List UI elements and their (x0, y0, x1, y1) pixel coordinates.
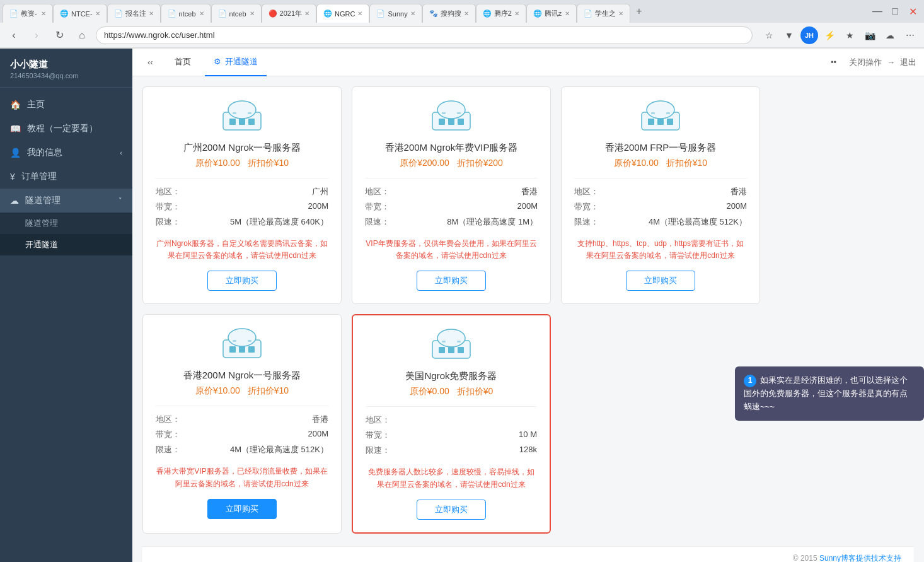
tab-close-0[interactable]: ✕ (41, 10, 46, 17)
tab-4[interactable]: 📄 ntceb ✕ (211, 4, 262, 23)
tab-close-10[interactable]: ✕ (565, 10, 570, 17)
minimize-button[interactable]: — (869, 3, 886, 20)
card-hk-frp: 香港200M FRP一号服务器 原价¥10.00 折扣价¥10 地区： 香港 带… (561, 86, 760, 304)
bookmark-icon[interactable]: ★ (841, 26, 858, 44)
card-hk-frp-buy-button[interactable]: 立即购买 (626, 271, 695, 291)
card-guangzhou-buy-button[interactable]: 立即购买 (207, 271, 277, 291)
card-hk-vip-buy-button[interactable]: 立即购买 (417, 271, 486, 291)
nav-forward-btn[interactable]: •• (823, 55, 844, 69)
sidebar-username: 小小隧道 (10, 59, 122, 71)
top-nav: ‹‹ 首页 ⚙ 开通隧道 •• 关闭操作 → 退出 (132, 49, 924, 76)
tab-close-4[interactable]: ✕ (250, 10, 255, 17)
card-hk-frp-price: 原价¥10.00 折扣价¥10 (614, 158, 707, 169)
svg-rect-20 (666, 112, 670, 114)
tab-close-5[interactable]: ✕ (304, 10, 309, 17)
sidebar-item-tutorial[interactable]: 📖 教程（一定要看） (0, 117, 132, 141)
tab-close-9[interactable]: ✕ (514, 10, 519, 17)
new-tab-button[interactable]: + (630, 3, 648, 20)
tab-open-tunnel[interactable]: ⚙ 开通隧道 (205, 49, 267, 76)
screenshot-icon[interactable]: 📷 (861, 26, 879, 44)
spec-region-2: 地区： 香港 (574, 186, 747, 197)
svg-rect-9 (439, 119, 445, 125)
card-us-free-buy-button[interactable]: 立即购买 (417, 500, 486, 520)
tab-7[interactable]: 📄 Sunny ✕ (369, 4, 422, 23)
tab-9[interactable]: 🌐 腾序2 ✕ (476, 4, 526, 23)
nav-back-btn[interactable]: ‹‹ (140, 55, 161, 69)
user-avatar[interactable]: JH (800, 26, 818, 44)
filter-icon[interactable]: ▼ (780, 26, 798, 44)
open-tunnel-label: 开通隧道 (225, 56, 258, 67)
sidebar-subitem-open[interactable]: 开通隧道 (0, 234, 132, 255)
browser-chrome: 📄 教资- ✕ 🌐 NTCE- ✕ 📄 报名注 ✕ 📄 ntceb ✕ 📄 nt… (0, 0, 924, 49)
close-ops-btn[interactable]: 关闭操作 (849, 57, 882, 68)
card-hk-vip: 香港200M Ngrok年费VIP服务器 原价¥200.00 折扣价¥200 地… (352, 86, 551, 304)
svg-rect-3 (239, 119, 245, 125)
svg-point-8 (437, 101, 465, 119)
tab-home[interactable]: 首页 (166, 49, 200, 76)
top-nav-right: 关闭操作 → 退出 (849, 57, 916, 68)
star-icon[interactable]: ☆ (760, 26, 778, 44)
tab-6[interactable]: 🌐 NGRC ✕ (316, 4, 369, 23)
toolbar-icons: ☆ ▼ JH ⚡ ★ 📷 ☁ ⋯ (760, 26, 919, 44)
svg-rect-33 (442, 341, 446, 342)
tab-close-1[interactable]: ✕ (95, 10, 100, 17)
sidebar-item-myinfo[interactable]: 👤 我的信息 ‹ (0, 141, 132, 165)
tab-close-2[interactable]: ✕ (149, 10, 154, 17)
card-hk-1-buy-button[interactable]: 立即购买 (207, 499, 277, 519)
menu-icon[interactable]: ⋯ (901, 26, 919, 44)
card-hk-1-price: 原价¥10.00 折扣价¥10 (195, 385, 289, 397)
svg-rect-32 (458, 347, 464, 353)
sidebar-item-home[interactable]: 🏠 主页 (0, 93, 132, 117)
maximize-button[interactable]: □ (886, 3, 904, 20)
card-guangzhou: 广州200M Ngrok一号服务器 原价¥10.00 折扣价¥10 地区： 广州… (142, 86, 342, 304)
logout-icon: → (887, 57, 895, 67)
card-guangzhou-note: 广州Ngrok服务器，自定义域名需要腾讯云备案，如果在阿里云备案的域名，请尝试使… (156, 238, 328, 262)
svg-rect-25 (248, 346, 255, 353)
spec-region-0: 地区： 广州 (156, 186, 328, 197)
forward-button[interactable]: › (28, 26, 45, 44)
back-button[interactable]: ‹ (5, 26, 23, 44)
tab-8[interactable]: 🐾 搜狗搜 ✕ (422, 4, 476, 23)
spec-speed-4: 限速： 128k (366, 445, 537, 456)
spec-region-3: 地区： 香港 (156, 414, 328, 425)
address-input[interactable] (96, 26, 753, 44)
tab-close-3[interactable]: ✕ (199, 10, 204, 17)
card-hk-1-title: 香港200M Ngrok一号服务器 (183, 370, 301, 382)
tab-5[interactable]: 🔴 2021年 ✕ (262, 4, 316, 23)
nav-back-icon: ‹‹ (147, 57, 153, 67)
sidebar-item-myinfo-label: 我的信息 (27, 147, 62, 158)
sidebar-subitem-manage[interactable]: 隧道管理 (0, 213, 132, 234)
home-tab-label: 首页 (175, 56, 191, 67)
tooltip-number: 1 (744, 375, 756, 387)
refresh-button[interactable]: ↻ (50, 26, 68, 44)
tab-10[interactable]: 🌐 腾讯z ✕ (526, 4, 577, 23)
sidebar-item-tunnels[interactable]: ☁ 隧道管理 ˅ (0, 189, 132, 213)
extensions-icon[interactable]: ⚡ (821, 26, 838, 44)
tab-close-6[interactable]: ✕ (357, 10, 362, 17)
cloud-icon: ☁ (10, 196, 19, 206)
tab-close-11[interactable]: ✕ (618, 10, 623, 17)
home-button[interactable]: ⌂ (73, 26, 91, 44)
close-window-button[interactable]: ✕ (904, 3, 921, 20)
card-hk-1: 香港200M Ngrok一号服务器 原价¥10.00 折扣价¥10 地区： 香港… (142, 314, 342, 533)
tab-1[interactable]: 🌐 NTCE- ✕ (53, 4, 107, 23)
spec-bandwidth-3: 带宽： 200M (156, 429, 328, 440)
tab-0[interactable]: 📄 教资- ✕ (3, 4, 53, 23)
svg-rect-2 (229, 119, 236, 125)
sidebar: 小小隧道 2146503434@qq.com 🏠 主页 📖 教程（一定要看） 👤… (0, 49, 132, 562)
tab-3[interactable]: 📄 ntceb ✕ (161, 4, 211, 23)
tab-close-8[interactable]: ✕ (464, 10, 469, 17)
spec-region-1: 地区： 香港 (365, 186, 538, 197)
logout-btn[interactable]: 退出 (900, 57, 916, 68)
svg-rect-4 (248, 119, 255, 125)
sidebar-item-orders[interactable]: ¥ 订单管理 (0, 165, 132, 189)
card-us-free: 美国Ngrok免费服务器 原价¥0.00 折扣价¥0 地区： 带宽： (352, 314, 551, 533)
card-hk-vip-title: 香港200M Ngrok年费VIP服务器 (385, 142, 518, 154)
tab-close-7[interactable]: ✕ (410, 10, 415, 17)
footer-link[interactable]: Sunny博客提供技术支持 (819, 554, 901, 562)
sync-icon[interactable]: ☁ (881, 26, 899, 44)
spec-bandwidth-2: 带宽： 200M (574, 201, 747, 213)
tab-11[interactable]: 📄 学生之 ✕ (577, 4, 630, 23)
tab-2[interactable]: 📄 报名注 ✕ (107, 4, 161, 23)
chevron-myinfo-icon: ‹ (120, 149, 122, 156)
